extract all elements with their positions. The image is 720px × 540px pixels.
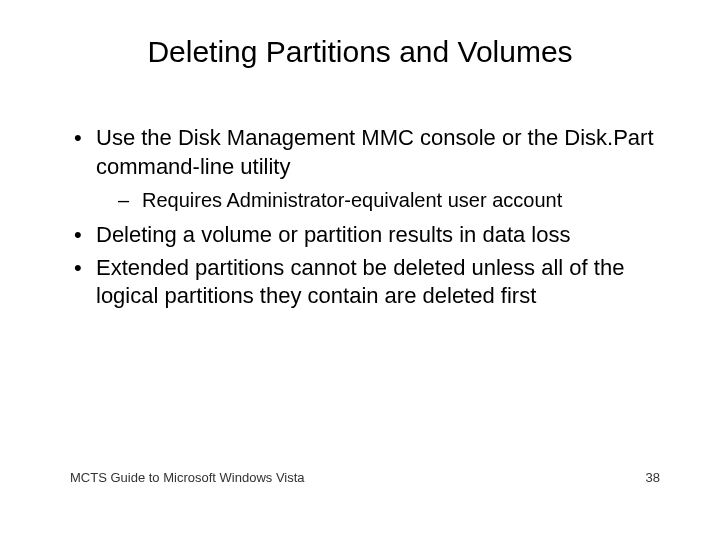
slide-footer: MCTS Guide to Microsoft Windows Vista 38: [70, 470, 660, 485]
bullet-text: Deleting a volume or partition results i…: [96, 222, 570, 247]
slide: Deleting Partitions and Volumes Use the …: [0, 0, 720, 540]
bullet-list: Use the Disk Management MMC console or t…: [70, 124, 670, 311]
slide-content: Use the Disk Management MMC console or t…: [50, 124, 670, 311]
bullet-item: Use the Disk Management MMC console or t…: [70, 124, 670, 213]
sub-bullet-item: Requires Administrator-equivalent user a…: [116, 187, 670, 213]
bullet-item: Extended partitions cannot be deleted un…: [70, 254, 670, 311]
page-number: 38: [646, 470, 660, 485]
slide-title: Deleting Partitions and Volumes: [50, 35, 670, 69]
sub-bullet-list: Requires Administrator-equivalent user a…: [116, 187, 670, 213]
footer-text: MCTS Guide to Microsoft Windows Vista: [70, 470, 305, 485]
bullet-text: Extended partitions cannot be deleted un…: [96, 255, 624, 309]
sub-bullet-text: Requires Administrator-equivalent user a…: [142, 189, 562, 211]
bullet-text: Use the Disk Management MMC console or t…: [96, 125, 654, 179]
bullet-item: Deleting a volume or partition results i…: [70, 221, 670, 250]
